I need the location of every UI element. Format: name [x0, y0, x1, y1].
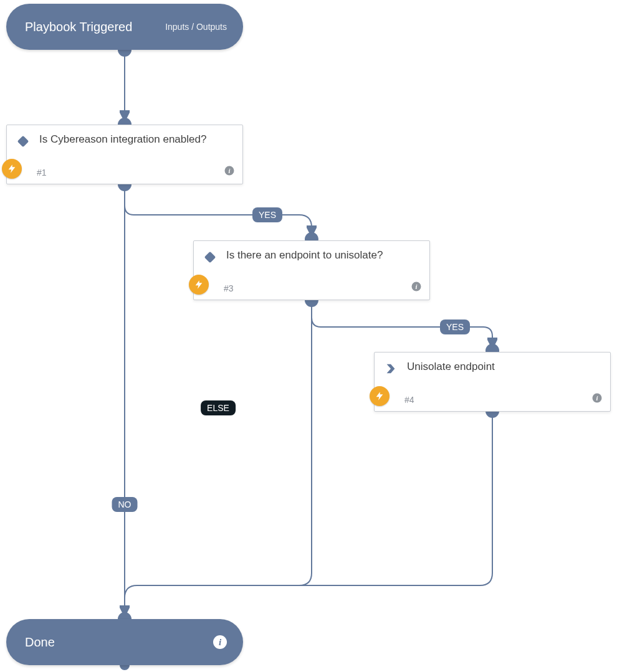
lightning-icon: [189, 275, 209, 295]
edges-layer: [0, 0, 617, 672]
node-4-label: Unisolate endpoint: [407, 360, 495, 374]
end-title: Done: [25, 635, 55, 650]
info-icon[interactable]: i: [411, 281, 422, 295]
svg-rect-0: [17, 136, 29, 148]
chevron-right-icon: [383, 361, 398, 376]
node-action-4[interactable]: Unisolate endpoint #4 i: [374, 352, 611, 412]
svg-rect-3: [204, 252, 216, 263]
info-icon[interactable]: i: [213, 635, 227, 649]
node-condition-1[interactable]: Is Cybereason integration enabled? #1 i: [6, 125, 243, 184]
edge-label-yes-1: YES: [252, 207, 282, 222]
playbook-canvas: YES YES NO ELSE Playbook Triggered Input…: [0, 0, 617, 672]
info-icon[interactable]: i: [224, 165, 235, 179]
node-3-id: #3: [224, 283, 234, 293]
edge-label-yes-2: YES: [440, 319, 470, 334]
info-icon[interactable]: i: [591, 392, 603, 406]
lightning-icon: [2, 159, 22, 179]
start-io-link[interactable]: Inputs / Outputs: [165, 22, 227, 32]
svg-text:i: i: [229, 168, 231, 174]
node-1-id: #1: [37, 168, 47, 177]
diamond-icon: [16, 134, 31, 149]
node-1-label: Is Cybereason integration enabled?: [39, 133, 206, 147]
edge-label-else: ELSE: [201, 400, 236, 415]
start-node[interactable]: Playbook Triggered Inputs / Outputs: [6, 4, 243, 50]
end-node[interactable]: Done i: [6, 619, 243, 665]
node-4-id: #4: [404, 395, 414, 405]
edge-label-no: NO: [112, 497, 138, 512]
diamond-icon: [203, 250, 218, 265]
svg-text:i: i: [416, 283, 418, 290]
lightning-icon: [370, 386, 390, 406]
node-3-label: Is there an endpoint to unisolate?: [226, 248, 383, 263]
node-condition-3[interactable]: Is there an endpoint to unisolate? #3 i: [193, 240, 430, 300]
svg-text:i: i: [596, 395, 598, 402]
start-title: Playbook Triggered: [25, 20, 132, 34]
